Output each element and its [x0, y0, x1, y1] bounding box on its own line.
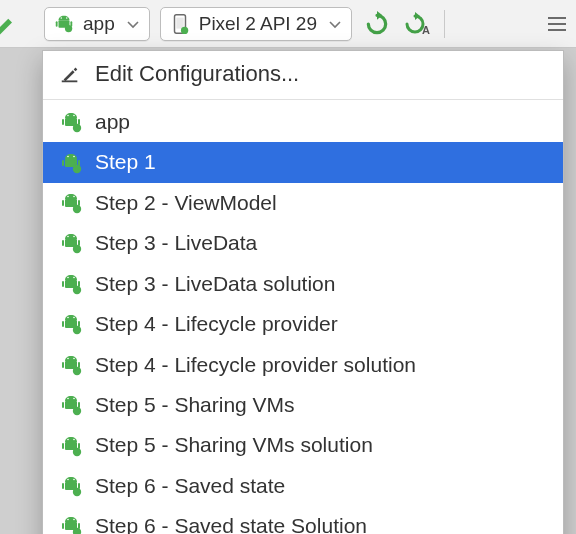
svg-point-62 [73, 438, 75, 440]
run-config-item[interactable]: app [43, 102, 563, 142]
run-restart-activity-icon[interactable]: A [402, 9, 432, 39]
svg-point-55 [67, 398, 69, 400]
svg-rect-1 [56, 21, 58, 27]
toolbar: app Pixel 2 API 29 A [0, 0, 576, 48]
svg-point-26 [73, 196, 75, 198]
run-restart-icon[interactable] [362, 9, 392, 39]
android-icon [59, 312, 85, 336]
device-label: Pixel 2 API 29 [199, 13, 317, 35]
svg-point-43 [67, 317, 69, 319]
svg-rect-29 [62, 240, 64, 246]
android-icon [59, 514, 85, 534]
svg-point-20 [73, 155, 75, 157]
android-icon [59, 110, 85, 134]
svg-point-51 [73, 367, 81, 375]
svg-point-45 [73, 326, 81, 334]
run-config-item[interactable]: Step 3 - LiveData solution [43, 264, 563, 304]
run-config-item[interactable]: Step 6 - Saved state [43, 466, 563, 506]
android-icon [59, 231, 85, 255]
android-icon [59, 272, 85, 296]
svg-point-13 [67, 115, 69, 117]
svg-point-3 [61, 17, 62, 18]
svg-point-57 [73, 407, 81, 415]
run-config-item-label: Step 6 - Saved state [95, 471, 285, 501]
run-config-item[interactable]: Step 4 - Lifecycle provider solution [43, 345, 563, 385]
svg-point-63 [73, 447, 81, 455]
chevron-down-icon [329, 12, 341, 35]
svg-point-56 [73, 398, 75, 400]
svg-point-19 [67, 155, 69, 157]
svg-point-37 [67, 277, 69, 279]
edit-configurations-label: Edit Configurations... [95, 58, 299, 90]
android-icon [59, 474, 85, 498]
svg-point-21 [73, 164, 81, 172]
run-config-item[interactable]: Step 6 - Saved state Solution [43, 506, 563, 534]
svg-rect-7 [176, 17, 183, 28]
run-config-item[interactable]: Step 3 - LiveData [43, 223, 563, 263]
svg-rect-59 [62, 443, 64, 449]
svg-point-39 [73, 286, 81, 294]
svg-rect-11 [62, 119, 64, 125]
android-icon [53, 13, 75, 35]
svg-point-61 [67, 438, 69, 440]
svg-point-67 [67, 479, 69, 481]
run-config-item-label: Step 4 - Lifecycle provider solution [95, 350, 416, 380]
android-icon [59, 151, 85, 175]
svg-point-69 [73, 488, 81, 496]
run-config-item[interactable]: Step 2 - ViewModel [43, 183, 563, 223]
run-config-item[interactable]: Step 1 [43, 142, 563, 182]
svg-point-50 [73, 357, 75, 359]
android-icon [59, 434, 85, 458]
run-config-item-label: Step 1 [95, 147, 156, 177]
run-config-item-label: Step 4 - Lifecycle provider [95, 309, 338, 339]
svg-point-25 [67, 196, 69, 198]
svg-point-15 [73, 124, 81, 132]
android-icon [59, 353, 85, 377]
run-config-item-label: Step 2 - ViewModel [95, 188, 277, 218]
svg-rect-47 [62, 362, 64, 368]
svg-point-33 [73, 245, 81, 253]
svg-point-38 [73, 277, 75, 279]
run-config-item-label: Step 5 - Sharing VMs solution [95, 430, 373, 460]
run-config-item-label: app [95, 107, 130, 137]
device-selector[interactable]: Pixel 2 API 29 [160, 7, 352, 41]
svg-point-73 [67, 519, 69, 521]
run-config-item-label: Step 3 - LiveData solution [95, 269, 335, 299]
menu-separator [43, 99, 563, 100]
svg-rect-65 [62, 483, 64, 489]
svg-point-68 [73, 479, 75, 481]
svg-text:A: A [422, 24, 430, 36]
run-config-item[interactable]: Step 5 - Sharing VMs solution [43, 425, 563, 465]
android-icon [59, 191, 85, 215]
svg-point-27 [73, 205, 81, 213]
run-config-item-label: Step 3 - LiveData [95, 228, 257, 258]
svg-point-5 [65, 24, 72, 31]
svg-point-44 [73, 317, 75, 319]
svg-rect-17 [62, 160, 64, 166]
run-config-selector[interactable]: app [44, 7, 150, 41]
svg-point-14 [73, 115, 75, 117]
edit-configurations-item[interactable]: Edit Configurations... [43, 51, 563, 97]
svg-point-31 [67, 236, 69, 238]
run-config-item-label: Step 5 - Sharing VMs [95, 390, 295, 420]
chevron-down-icon [127, 12, 139, 35]
run-config-dropdown: Edit Configurations... app Step 1 Step 2… [42, 50, 564, 534]
svg-rect-53 [62, 402, 64, 408]
toolbar-divider [444, 10, 445, 38]
menu-icon[interactable] [548, 17, 568, 31]
run-config-item[interactable]: Step 4 - Lifecycle provider [43, 304, 563, 344]
svg-rect-71 [62, 523, 64, 529]
svg-rect-23 [62, 200, 64, 206]
edit-pencil-icon [59, 63, 85, 85]
phone-icon [169, 13, 191, 35]
svg-point-4 [66, 17, 67, 18]
svg-rect-41 [62, 321, 64, 327]
svg-point-8 [181, 26, 188, 33]
android-icon [59, 393, 85, 417]
svg-point-32 [73, 236, 75, 238]
svg-point-49 [67, 357, 69, 359]
build-hammer-icon[interactable] [0, 10, 22, 40]
svg-point-74 [73, 519, 75, 521]
run-config-item[interactable]: Step 5 - Sharing VMs [43, 385, 563, 425]
svg-rect-35 [62, 281, 64, 287]
